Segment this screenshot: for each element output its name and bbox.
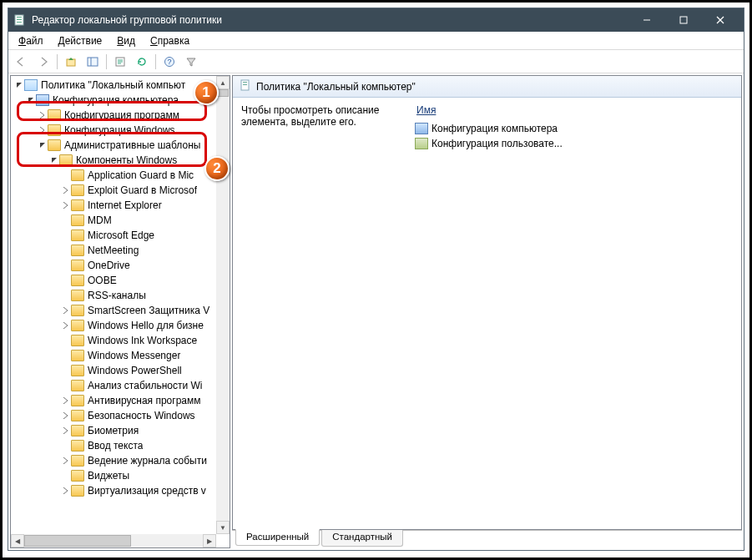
tree-item[interactable]: Windows Ink Workspace (11, 333, 216, 348)
tree-root[interactable]: Политика "Локальный компьют (11, 78, 216, 93)
tree-item[interactable]: Безопасность Windows (11, 408, 216, 423)
filter-button[interactable] (181, 53, 201, 71)
up-button[interactable] (61, 53, 81, 71)
tree-item[interactable]: Виджеты (11, 468, 216, 483)
chevron-down-icon[interactable] (38, 142, 48, 149)
svg-rect-16 (243, 84, 247, 85)
chevron-down-icon[interactable] (49, 157, 59, 164)
menu-action[interactable]: Действие (52, 33, 109, 48)
tree-computer-config[interactable]: Конфигурация компьютера (11, 93, 216, 108)
tree-item-label: Ввод текста (88, 440, 143, 452)
scroll-down-icon[interactable]: ▼ (216, 521, 230, 534)
minimize-button[interactable] (628, 8, 665, 32)
show-hide-tree-button[interactable] (83, 53, 103, 71)
tree-item-label: OOBE (88, 275, 117, 286)
tree-item[interactable]: Microsoft Edge (11, 228, 216, 243)
tree-item[interactable]: Application Guard в Mic (11, 168, 216, 183)
tree-item[interactable]: Антивирусная программ (11, 393, 216, 408)
help-button[interactable]: ? (159, 53, 179, 71)
tree-item-label: OneDrive (88, 260, 130, 271)
tree-item[interactable]: NetMeeting (11, 243, 216, 258)
tree-item-label: Internet Explorer (88, 199, 162, 211)
titlebar: Редактор локальной групповой политики (8, 8, 744, 32)
tree-item-label: Виджеты (88, 470, 129, 482)
svg-rect-15 (243, 82, 247, 83)
tab-standard[interactable]: Стандартный (321, 530, 403, 547)
chevron-right-icon[interactable] (61, 322, 71, 329)
tree-item-label: NetMeeting (88, 245, 139, 256)
details-pane: Политика "Локальный компьютер" Чтобы про… (232, 75, 742, 548)
tree-item[interactable]: Exploit Guard в Microsof (11, 183, 216, 198)
scroll-up-icon[interactable]: ▲ (216, 76, 230, 89)
tree-item-label: Безопасность Windows (88, 410, 195, 421)
chevron-right-icon[interactable] (61, 412, 71, 419)
maximize-button[interactable] (665, 8, 702, 32)
chevron-down-icon[interactable] (26, 97, 36, 103)
tree-item[interactable]: Windows PowerShell (11, 363, 216, 378)
tree-item-label: Административные шаблоны (64, 139, 200, 151)
tree-item-label: Компоненты Windows (76, 154, 177, 166)
list-item[interactable]: Конфигурация компьютера (415, 121, 734, 136)
tree-item[interactable]: RSS-каналы (11, 288, 216, 303)
svg-rect-5 (680, 17, 687, 23)
tree-windows-config[interactable]: Конфигурация Windows (11, 123, 216, 138)
chevron-right-icon[interactable] (61, 187, 71, 194)
menu-view[interactable]: Вид (110, 33, 142, 48)
scroll-thumb[interactable] (217, 89, 229, 97)
tree-item[interactable]: SmartScreen Защитника V (11, 303, 216, 318)
menu-help[interactable]: Справка (144, 33, 196, 48)
chevron-right-icon[interactable] (61, 307, 71, 314)
tree-item-label: Windows Hello для бизне (88, 320, 204, 331)
tree-horizontal-scrollbar[interactable]: ◀ ▶ (11, 534, 216, 547)
scroll-right-icon[interactable]: ▶ (203, 534, 216, 547)
tree-item[interactable]: OneDrive (11, 258, 216, 273)
tree-item[interactable]: Виртуализация средств v (11, 483, 216, 498)
scroll-left-icon[interactable]: ◀ (11, 534, 24, 547)
chevron-right-icon[interactable] (38, 127, 48, 134)
svg-rect-8 (67, 59, 75, 66)
tree-item-label: Виртуализация средств v (88, 485, 206, 497)
menu-view-label: ид (124, 35, 135, 47)
nav-forward-button[interactable] (33, 53, 53, 71)
tree-item[interactable]: Биометрия (11, 423, 216, 438)
chevron-down-icon[interactable] (14, 82, 24, 88)
folder-icon (71, 214, 84, 226)
chevron-right-icon[interactable] (61, 457, 71, 464)
scroll-thumb[interactable] (24, 535, 131, 547)
export-button[interactable] (110, 53, 130, 71)
tree-item[interactable]: Анализ стабильности Wi (11, 378, 216, 393)
folder-icon (71, 199, 84, 211)
tree-item[interactable]: Ведение журнала событи (11, 453, 216, 468)
tree-item[interactable]: Windows Messenger (11, 348, 216, 363)
tree-item[interactable]: OOBE (11, 273, 216, 288)
content-area: Политика "Локальный компьютКонфигурация … (8, 73, 744, 550)
chevron-right-icon[interactable] (61, 202, 71, 209)
list-item-label: Конфигурация пользовате... (432, 138, 563, 149)
tree-item[interactable]: MDM (11, 213, 216, 228)
close-button[interactable] (702, 8, 739, 32)
tree-vertical-scrollbar[interactable]: ▲ ▼ (216, 76, 230, 534)
column-header-name[interactable]: Имя (415, 103, 734, 121)
chevron-right-icon[interactable] (61, 427, 71, 434)
chevron-right-icon[interactable] (38, 112, 48, 119)
tree-windows-components[interactable]: Компоненты Windows (11, 153, 216, 168)
folder-icon (48, 124, 61, 136)
list-item[interactable]: Конфигурация пользовате... (415, 136, 734, 151)
menu-file[interactable]: Файл (12, 33, 50, 48)
tree-item[interactable]: Internet Explorer (11, 198, 216, 213)
tree-item[interactable]: Ввод текста (11, 438, 216, 453)
refresh-button[interactable] (132, 53, 152, 71)
chevron-right-icon[interactable] (61, 397, 71, 404)
folder-icon (71, 169, 84, 181)
chevron-right-icon[interactable] (61, 487, 71, 494)
folder-icon (71, 395, 84, 406)
tree-item-label: Конфигурация программ (64, 109, 179, 121)
tab-extended[interactable]: Расширенный (235, 529, 320, 546)
tree-item[interactable]: Windows Hello для бизне (11, 318, 216, 333)
tree-program-config[interactable]: Конфигурация программ (11, 108, 216, 123)
svg-rect-9 (88, 58, 98, 66)
folder-icon (71, 290, 84, 301)
nav-back-button[interactable] (12, 53, 32, 71)
tree-admin-templates[interactable]: Административные шаблоны (11, 138, 216, 153)
folder-icon (48, 139, 61, 151)
